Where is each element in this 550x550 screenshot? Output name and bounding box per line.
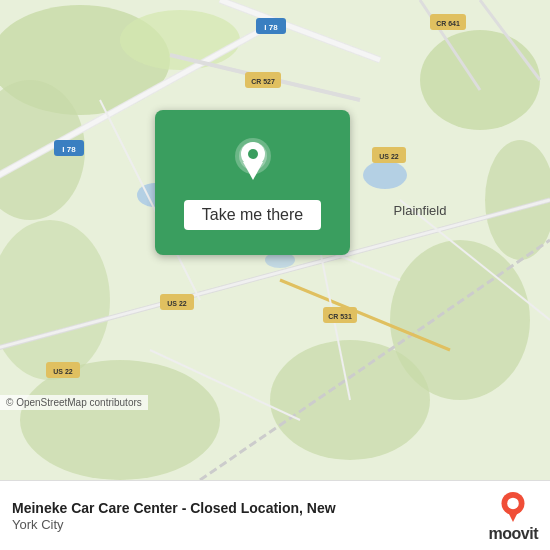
svg-text:I 78: I 78	[62, 145, 76, 154]
svg-text:US 22: US 22	[53, 368, 73, 375]
svg-text:CR 527: CR 527	[251, 78, 275, 85]
location-name: Meineke Car Care Center - Closed Locatio…	[12, 499, 479, 517]
moovit-logo[interactable]: moovit	[489, 489, 538, 543]
take-me-there-button[interactable]: Take me there	[155, 110, 350, 255]
info-bar: Meineke Car Care Center - Closed Locatio…	[0, 480, 550, 550]
svg-text:CR 641: CR 641	[436, 20, 460, 27]
svg-point-51	[248, 149, 258, 159]
svg-text:US 22: US 22	[379, 153, 399, 160]
take-me-there-label: Take me there	[184, 200, 321, 230]
location-pin-icon	[233, 136, 273, 190]
copyright-text: © OpenStreetMap contributors	[0, 395, 148, 410]
svg-text:CR 531: CR 531	[328, 313, 352, 320]
svg-point-4	[420, 30, 540, 130]
svg-text:US 22: US 22	[167, 300, 187, 307]
svg-point-54	[508, 497, 520, 509]
svg-marker-55	[508, 510, 520, 522]
moovit-text: moovit	[489, 525, 538, 543]
svg-text:Plainfield: Plainfield	[394, 203, 447, 218]
svg-point-3	[120, 10, 240, 70]
svg-point-11	[363, 161, 407, 189]
svg-text:I 78: I 78	[264, 23, 278, 32]
location-city: York City	[12, 517, 479, 532]
moovit-pin-icon	[495, 489, 531, 525]
map-container: I 78 I 78 CR 527 CR 641 US 22 US 22 US 2…	[0, 0, 550, 480]
info-text-block: Meineke Car Care Center - Closed Locatio…	[12, 499, 479, 532]
